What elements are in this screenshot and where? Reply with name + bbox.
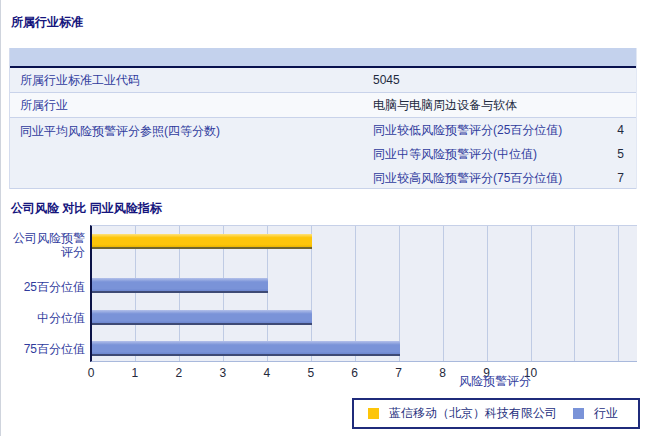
y-axis-label-company-score: 公司风险预警评分	[9, 231, 85, 259]
table-row-industry: 所属行业 电脑与电脑周边设备与软体	[10, 93, 636, 118]
x-tick-label: 6	[351, 366, 358, 380]
x-tick-label: 4	[263, 366, 270, 380]
peer-score-value: 7	[590, 171, 636, 185]
gridline	[574, 226, 575, 361]
chart-legend: 蓝信移动（北京）科技有限公司 行业	[352, 398, 640, 429]
peer-score-row-low: 同业较低风险预警评分(25百分位值) 4	[373, 118, 636, 142]
x-tick-label: 2	[176, 366, 183, 380]
bar-industry-3	[92, 341, 400, 356]
peer-score-label: 同业较高风险预警评分(75百分位值)	[373, 170, 590, 187]
row-value: 5045	[373, 73, 636, 87]
industry-standard-table: 所属行业标准工业代码 5045 所属行业 电脑与电脑周边设备与软体 同业平均风险…	[9, 48, 637, 189]
gridline	[443, 226, 444, 361]
legend-swatch-company	[368, 408, 379, 419]
peer-score-label: 同业较低风险预警评分(25百分位值)	[373, 122, 590, 139]
legend-label-industry: 行业	[594, 405, 618, 422]
x-tick-label: 1	[132, 366, 139, 380]
peer-score-row-high: 同业较高风险预警评分(75百分位值) 7	[373, 166, 636, 190]
x-tick-label: 5	[307, 366, 314, 380]
plot-area	[90, 225, 637, 362]
bar-company-0	[92, 234, 312, 249]
report-page: 所属行业标准 所属行业标准工业代码 5045 所属行业 电脑与电脑周边设备与软体…	[0, 0, 651, 436]
peer-score-row-medium: 同业中等风险预警评分(中位值) 5	[373, 142, 636, 166]
gridline	[618, 226, 619, 361]
gridline	[487, 226, 488, 361]
y-axis-label-p75: 75百分位值	[9, 342, 85, 356]
peer-score-label: 同业中等风险预警评分(中位值)	[373, 146, 590, 163]
row-label: 所属行业标准工业代码	[10, 72, 373, 89]
peer-score-value: 4	[590, 123, 636, 137]
peer-score-list: 同业较低风险预警评分(25百分位值) 4 同业中等风险预警评分(中位值) 5 同…	[373, 118, 636, 190]
table-row-peer-scores: 同业平均风险预警评分参照(四等分数) 同业较低风险预警评分(25百分位值) 4 …	[10, 118, 636, 189]
section-title-industry-standard: 所属行业标准	[11, 14, 83, 31]
row-value: 电脑与电脑周边设备与软体	[373, 97, 636, 114]
y-axis-label-p25: 25百分位值	[9, 280, 85, 294]
table-row-sic-code: 所属行业标准工业代码 5045	[10, 68, 636, 93]
bar-industry-1	[92, 278, 268, 293]
legend-swatch-industry	[573, 408, 584, 419]
peer-score-value: 5	[590, 147, 636, 161]
x-axis-title: 风险预警评分	[401, 373, 531, 390]
row-label: 同业平均风险预警评分参照(四等分数)	[10, 118, 373, 140]
table-header-band	[10, 48, 636, 68]
y-axis-label-median: 中分位值	[9, 311, 85, 325]
x-tick-label: 3	[220, 366, 227, 380]
row-label: 所属行业	[10, 97, 373, 114]
section-title-risk-comparison: 公司风险 对比 同业风险指标	[11, 200, 162, 217]
bar-industry-2	[92, 310, 312, 325]
legend-label-company: 蓝信移动（北京）科技有限公司	[389, 405, 557, 422]
gridline	[531, 226, 532, 361]
x-axis-ticks: 012345678910	[91, 366, 638, 380]
x-tick-label: 0	[88, 366, 95, 380]
